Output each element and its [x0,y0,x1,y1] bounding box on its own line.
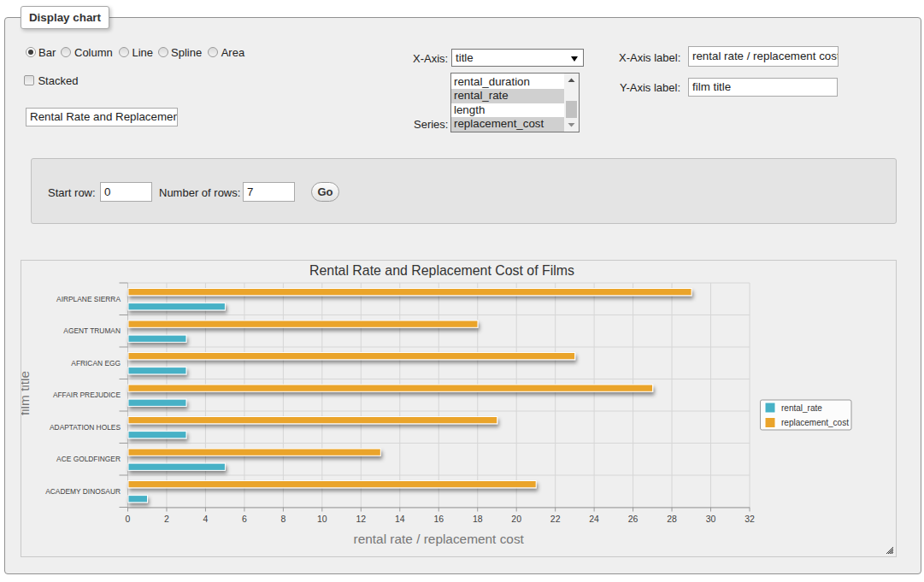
svg-text:film title: film title [21,371,32,415]
svg-text:AIRPLANE SIERRA: AIRPLANE SIERRA [56,295,121,303]
svg-text:30: 30 [706,514,716,524]
svg-text:8: 8 [280,514,285,524]
svg-text:12: 12 [356,514,366,524]
svg-text:32: 32 [744,514,755,524]
svg-text:ACE GOLDFINGER: ACE GOLDFINGER [56,455,121,463]
svg-text:ADAPTATION HOLES: ADAPTATION HOLES [50,423,121,432]
svg-text:AFFAIR PREJUDICE: AFFAIR PREJUDICE [53,391,121,399]
svg-text:AGENT TRUMAN: AGENT TRUMAN [63,326,121,335]
svg-text:16: 16 [433,514,444,524]
svg-text:ACADEMY DINOSAUR: ACADEMY DINOSAUR [45,487,121,496]
svg-text:24: 24 [589,514,599,524]
svg-text:rental_rate: rental_rate [781,403,822,413]
svg-text:28: 28 [667,514,677,524]
svg-text:AFRICAN EGG: AFRICAN EGG [71,359,121,367]
svg-text:6: 6 [242,514,247,524]
svg-text:22: 22 [550,514,561,524]
svg-text:2: 2 [164,514,169,524]
svg-text:14: 14 [395,514,405,524]
svg-text:20: 20 [511,514,521,524]
svg-text:replacement_cost: replacement_cost [781,418,849,427]
svg-text:rental rate / replacement cost: rental rate / replacement cost [354,532,525,546]
svg-text:0: 0 [126,514,131,524]
svg-text:4: 4 [203,514,209,524]
svg-text:10: 10 [317,514,327,524]
svg-text:Rental Rate and Replacement Co: Rental Rate and Replacement Cost of Film… [309,263,574,278]
svg-text:18: 18 [473,514,483,524]
svg-text:26: 26 [628,514,639,524]
